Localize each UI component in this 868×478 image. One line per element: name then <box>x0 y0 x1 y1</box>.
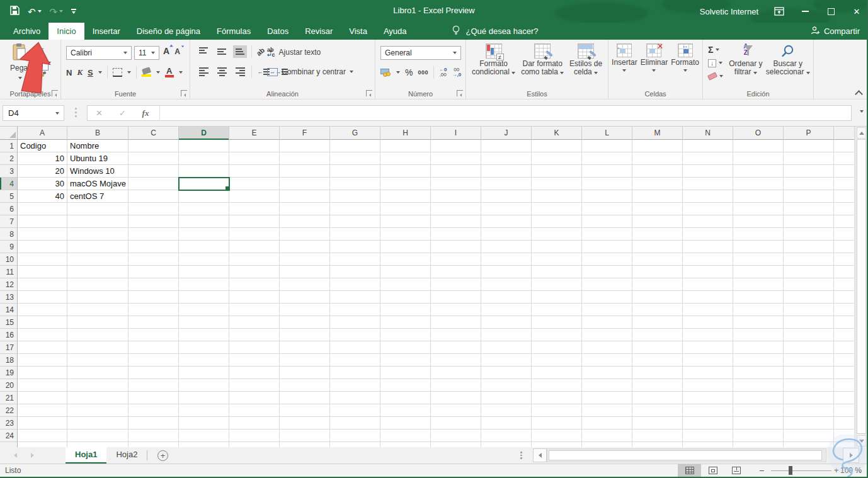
cell-N5[interactable] <box>683 190 733 203</box>
cell-M11[interactable] <box>632 266 683 278</box>
cell-partial[interactable] <box>834 341 855 354</box>
cell-G6[interactable] <box>330 203 380 215</box>
cell-H17[interactable] <box>380 341 431 354</box>
cell-H3[interactable] <box>380 165 431 178</box>
cell-partial[interactable] <box>834 304 855 316</box>
cell-L21[interactable] <box>582 392 632 404</box>
select-all-corner[interactable] <box>0 127 18 140</box>
borders-dropdown[interactable] <box>127 71 131 74</box>
cell-I23[interactable] <box>431 417 481 430</box>
fill-color-dropdown[interactable] <box>156 71 160 74</box>
cell-J1[interactable] <box>481 140 532 152</box>
cell-G8[interactable] <box>330 228 380 241</box>
cell-L25[interactable] <box>582 442 632 447</box>
ribbon-display-options-icon[interactable] <box>774 6 784 16</box>
cell-G25[interactable] <box>330 442 380 447</box>
cell-partial[interactable] <box>834 253 855 266</box>
cell-M8[interactable] <box>632 228 683 241</box>
autosum-button[interactable]: Σ <box>708 45 723 55</box>
cell-L4[interactable] <box>582 178 632 190</box>
tab-insertar[interactable]: Insertar <box>84 23 128 40</box>
cell-H12[interactable] <box>380 278 431 291</box>
cell-P8[interactable] <box>784 228 834 241</box>
cell-F10[interactable] <box>280 253 330 266</box>
cell-M17[interactable] <box>632 341 683 354</box>
formula-bar-splitter[interactable] <box>75 108 77 117</box>
cell-O20[interactable] <box>733 379 784 392</box>
cell-K22[interactable] <box>532 404 582 417</box>
cell-I12[interactable] <box>431 278 481 291</box>
scroll-down-button[interactable] <box>857 435 866 447</box>
cell-H25[interactable] <box>380 442 431 447</box>
cell-P13[interactable] <box>784 291 834 304</box>
insert-cells-button[interactable]: Insertar <box>612 43 637 72</box>
cell-E14[interactable] <box>229 304 280 316</box>
cell-M9[interactable] <box>632 241 683 253</box>
cell-K1[interactable] <box>532 140 582 152</box>
cell-C4[interactable] <box>128 178 179 190</box>
next-sheet-icon[interactable] <box>31 453 34 458</box>
cell-N4[interactable] <box>683 178 733 190</box>
cell-M20[interactable] <box>632 379 683 392</box>
cell-G21[interactable] <box>330 392 380 404</box>
row-header-5[interactable]: 5 <box>0 190 18 203</box>
cell-A14[interactable] <box>18 304 67 316</box>
cell-L12[interactable] <box>582 278 632 291</box>
cell-K7[interactable] <box>532 215 582 228</box>
cell-E20[interactable] <box>229 379 280 392</box>
cell-G24[interactable] <box>330 430 380 442</box>
tab-revisar[interactable]: Revisar <box>297 23 341 40</box>
font-color-icon[interactable]: A <box>165 67 174 77</box>
maximize-button[interactable] <box>826 6 836 16</box>
column-header-N[interactable]: N <box>683 127 733 140</box>
cell-B9[interactable] <box>67 241 128 253</box>
cell-E24[interactable] <box>229 430 280 442</box>
cell-I9[interactable] <box>431 241 481 253</box>
cell-B14[interactable] <box>67 304 128 316</box>
cell-H6[interactable] <box>380 203 431 215</box>
cell-J8[interactable] <box>481 228 532 241</box>
cell-E11[interactable] <box>229 266 280 278</box>
tab-ayuda[interactable]: Ayuda <box>375 23 415 40</box>
cell-E21[interactable] <box>229 392 280 404</box>
column-header-K[interactable]: K <box>532 127 582 140</box>
cell-L20[interactable] <box>582 379 632 392</box>
align-center-button[interactable] <box>215 65 229 78</box>
cell-partial[interactable] <box>834 152 855 165</box>
column-header-B[interactable]: B <box>67 127 128 140</box>
cell-E22[interactable] <box>229 404 280 417</box>
cell-M14[interactable] <box>632 304 683 316</box>
cell-H14[interactable] <box>380 304 431 316</box>
cell-B17[interactable] <box>67 341 128 354</box>
cell-F1[interactable] <box>280 140 330 152</box>
cell-C5[interactable] <box>128 190 179 203</box>
cell-O4[interactable] <box>733 178 784 190</box>
cell-partial[interactable] <box>834 442 855 447</box>
align-left-button[interactable] <box>197 65 210 78</box>
cell-C3[interactable] <box>128 165 179 178</box>
cell-O19[interactable] <box>733 367 784 379</box>
row-header-15[interactable]: 15 <box>0 316 18 329</box>
shrink-font-button[interactable]: A <box>174 47 180 56</box>
cell-E12[interactable] <box>229 278 280 291</box>
cell-O22[interactable] <box>733 404 784 417</box>
cell-I10[interactable] <box>431 253 481 266</box>
cancel-icon[interactable]: ✕ <box>88 108 111 118</box>
normal-view-button[interactable] <box>678 464 701 477</box>
column-header-I[interactable]: I <box>431 127 481 140</box>
cell-I21[interactable] <box>431 392 481 404</box>
cell-H1[interactable] <box>380 140 431 152</box>
cell-M12[interactable] <box>632 278 683 291</box>
cell-K8[interactable] <box>532 228 582 241</box>
share-button[interactable]: Compartir <box>811 23 860 40</box>
cell-N22[interactable] <box>683 404 733 417</box>
cell-I25[interactable] <box>431 442 481 447</box>
cell-M16[interactable] <box>632 329 683 341</box>
tab-inicio[interactable]: Inicio <box>49 23 84 40</box>
cell-partial[interactable] <box>834 392 855 404</box>
font-dialog-launcher[interactable] <box>181 90 187 96</box>
cell-styles-button[interactable]: Estilos de celda <box>569 43 602 76</box>
row-header-11[interactable]: 11 <box>0 266 18 278</box>
cell-D19[interactable] <box>179 367 229 379</box>
cell-partial[interactable] <box>834 266 855 278</box>
